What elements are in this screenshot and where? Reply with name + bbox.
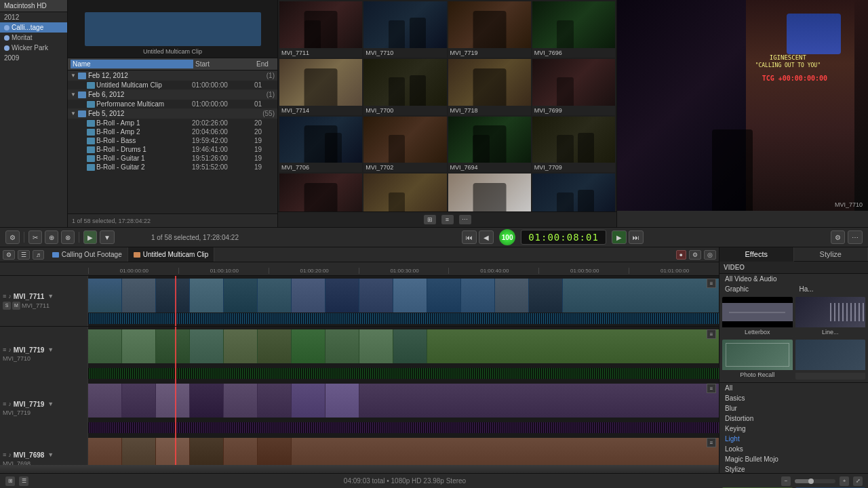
track-expand-icon[interactable]: ▼ (47, 401, 54, 407)
browser-row-perf[interactable]: Performance Multicam 01:00:00:00 01 (68, 100, 277, 108)
zoom-out-button[interactable]: − (781, 476, 791, 486)
timeline-clip-button[interactable]: ☰ (18, 250, 30, 260)
zoom-in-button[interactable]: + (840, 476, 849, 486)
browser-row-broll-drums[interactable]: B-Roll - Drums 1 19:46:41:00 19 (68, 145, 277, 154)
timeline-scrollbar[interactable] (0, 465, 719, 473)
track-overflow-button[interactable]: ≡ (707, 279, 716, 288)
effect-thumb-line[interactable]: Line... (795, 297, 866, 337)
effect-thumb-4[interactable] (795, 340, 866, 380)
track-overflow-button[interactable]: ≡ (707, 384, 716, 393)
sidebar-year-2009[interactable]: 2009 (0, 53, 67, 63)
clip-thumb-MVI7705[interactable]: MVI_7705 (363, 174, 446, 211)
clip-thumb-MVI7718[interactable]: MVI_7718 (448, 59, 531, 115)
effect-thumb-letterbox[interactable]: Letterbox (722, 297, 793, 337)
clip-thumb-MVI7700[interactable]: MVI_7700 (363, 59, 446, 115)
go-to-start-button[interactable]: ⏮ (462, 230, 477, 244)
browser-group-header-feb5[interactable]: ▼ Feb 5, 2012 (55) (68, 108, 277, 119)
clip-thumb-MVI7713[interactable]: MVI_7713 (279, 174, 362, 211)
track-solo-button[interactable]: S (3, 302, 11, 310)
col-end-header[interactable]: End (254, 60, 275, 68)
clip-start: 20:04:06:00 (192, 128, 253, 136)
browser-row-broll-amp1[interactable]: B-Roll - Amp 1 20:02:26:00 20 (68, 119, 277, 127)
effects-cat-distortion[interactable]: Distortion (719, 413, 868, 424)
effects-cat-magic-bullet[interactable]: Magic Bullet Mojo (719, 454, 868, 464)
timeline-options-button[interactable]: ⚙ (3, 250, 15, 260)
clip-thumb-MVI7694[interactable]: MVI_7694 (448, 117, 531, 173)
effects-cat-blur[interactable]: Blur (719, 403, 868, 413)
tool-select-button[interactable]: ⚙ (5, 230, 20, 244)
clip-thumb-MVI7709[interactable]: MVI_7709 (532, 117, 615, 173)
browser-row-multicam[interactable]: Untitled Multicam Clip 01:00:00:00 01 (68, 81, 277, 89)
clip-thumb-MVI7714[interactable]: MVI_7714 (279, 59, 362, 115)
clip-thumb-MVI7696[interactable]: MVI_7696 (532, 1, 615, 58)
clip-thumb-MVI7699[interactable]: MVI_7699 (532, 59, 615, 115)
track-expand-icon[interactable]: ▼ (47, 293, 54, 300)
track-overflow-button[interactable]: ≡ (707, 329, 716, 339)
sidebar-item-wickerpark[interactable]: Wicker Park (0, 43, 67, 53)
more-button[interactable]: ⋯ (848, 230, 863, 244)
toolbar-right: ⚙ ⋯ (827, 230, 868, 244)
effect-thumb-photo-recall[interactable]: Photo Recall (722, 340, 793, 380)
effects-cat-looks[interactable]: Looks (719, 444, 868, 454)
clip-thumb-MVI7706[interactable]: MVI_7706 (279, 117, 362, 173)
zoom-button[interactable]: ◎ (704, 250, 716, 260)
go-to-end-button[interactable]: ⏭ (629, 230, 644, 244)
sidebar-item-callirage[interactable]: Calli...tage (0, 22, 67, 33)
track-content-MVI7711[interactable]: ≡ (88, 276, 719, 326)
track-content-MVI7698[interactable]: ≡ (88, 435, 719, 465)
tab-effects[interactable]: Effects (719, 247, 794, 262)
track-expand-icon[interactable]: ▼ (47, 451, 54, 458)
browser-group-header-feb6[interactable]: ▼ Feb 6, 2012 (1) (68, 89, 277, 100)
tool-speed-button[interactable]: ⊗ (61, 230, 75, 244)
zoom-slider-thumb[interactable] (808, 479, 814, 484)
clip-thumb-MVI7711[interactable]: MVI_7711 (279, 1, 362, 58)
insert-button[interactable]: ▶ (83, 230, 97, 244)
track-content-MVI7719-1[interactable]: ≡ (88, 327, 719, 381)
browser-row-broll-amp2[interactable]: B-Roll - Amp 2 20:04:06:00 20 (68, 127, 277, 136)
track-row-MVI7719-1: ≡ ♪ MVI_7719 ▼ MVI_7710 (0, 327, 719, 381)
effects-cat-all-video[interactable]: All Video & Audio (719, 274, 868, 284)
effects-cat-keying[interactable]: Keying (719, 424, 868, 434)
sidebar-item-moritat[interactable]: Moritat (0, 33, 67, 43)
timeline-settings-button[interactable]: ⚙ (689, 250, 701, 260)
clip-thumb-MVI7715[interactable]: MVI_7715 (448, 174, 531, 211)
effects-cat-graphic[interactable]: Graphic (719, 284, 794, 294)
play-reverse-button[interactable]: ◀ (479, 230, 494, 244)
info-button[interactable]: ⋯ (459, 215, 471, 224)
settings-button[interactable]: ⚙ (831, 230, 845, 244)
sidebar-year-2012[interactable]: 2012 (0, 12, 67, 22)
record-button[interactable]: ● (676, 250, 686, 260)
clip-thumb-MVI7719[interactable]: MVI_7719 (448, 1, 531, 58)
browser-row-broll-guitar2[interactable]: B-Roll - Guitar 2 19:51:52:00 19 (68, 163, 277, 171)
clip-thumb-MVI7702[interactable]: MVI_7702 (363, 117, 446, 173)
zoom-slider[interactable] (795, 479, 835, 483)
effects-cat-basics[interactable]: Basics (719, 393, 868, 403)
tab-stylize[interactable]: Stylize (794, 247, 869, 261)
tool-trim-button[interactable]: ✂ (28, 230, 42, 244)
effects-cat-all[interactable]: All (719, 383, 868, 393)
play-button[interactable]: ▶ (612, 230, 627, 244)
status-icon-2[interactable]: ☰ (19, 476, 28, 486)
browser-group-header-feb12[interactable]: ▼ Feb 12, 2012 (1) (68, 70, 277, 81)
list-view-button[interactable]: ≡ (441, 215, 454, 224)
tab-calling-out-footage[interactable]: Calling Out Footage (47, 247, 128, 262)
clip-thumb-MVI7741[interactable]: MVI_7741 (532, 174, 615, 211)
track-expand-icon[interactable]: ▼ (47, 346, 54, 353)
col-start-header[interactable]: Start (193, 60, 254, 68)
overwrite-button[interactable]: ▼ (100, 230, 115, 244)
timeline-audio-button[interactable]: ♬ (33, 250, 44, 260)
clip-thumb-MVI7710[interactable]: MVI_7710 (363, 1, 446, 58)
browser-row-broll-bass[interactable]: B-Roll - Bass 19:59:42:00 19 (68, 136, 277, 145)
fullscreen-button[interactable]: ⤢ (853, 476, 863, 486)
status-icon-1[interactable]: ⊞ (5, 476, 15, 486)
tab-untitled-multicam[interactable]: Untitled Multicam Clip (128, 247, 215, 262)
col-name-header[interactable]: Name (71, 60, 193, 68)
browser-row-broll-guitar1[interactable]: B-Roll - Guitar 1 19:51:26:00 19 (68, 154, 277, 163)
tool-blade-button[interactable]: ⊕ (45, 230, 58, 244)
track-content-MVI7719-2[interactable]: ≡ (88, 381, 719, 435)
effects-cat-light[interactable]: Light (719, 434, 868, 444)
track-mute-button[interactable]: M (12, 302, 20, 310)
effects-cat-ha[interactable]: Ha... (794, 284, 869, 294)
track-overflow-button[interactable]: ≡ (707, 438, 716, 447)
grid-view-button[interactable]: ⊞ (424, 215, 436, 224)
